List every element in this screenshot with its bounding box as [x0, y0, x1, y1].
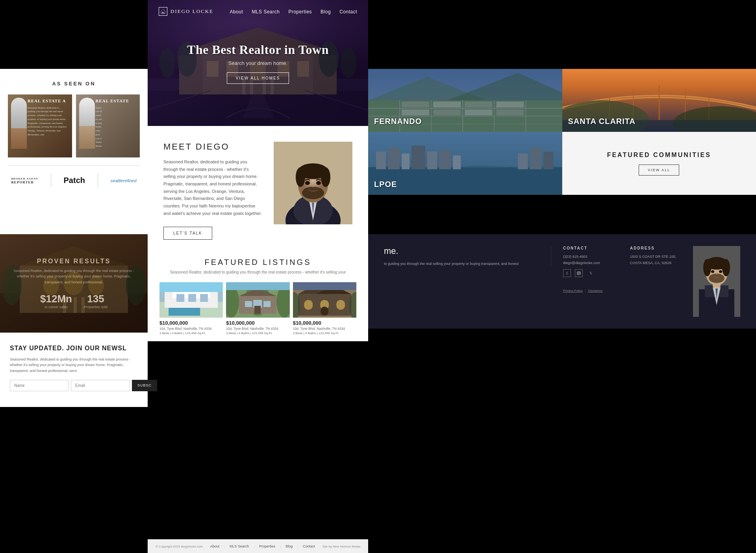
nav-about[interactable]: About	[230, 9, 243, 15]
proven-results-section: PROVEN RESULTS Seasoned Realtor, dedicat…	[0, 234, 148, 333]
featured-communities-title: FEATURED COMMUNITIES	[607, 152, 711, 159]
copyright-text: © Copyright 2024 diegolocke.com	[156, 545, 203, 548]
svg-rect-117	[304, 300, 313, 310]
communities-panel: FERNANDO	[368, 69, 756, 195]
listing-details-2: 3 Beds | 4 Baths | 123,456 Sq.Ft.	[226, 331, 289, 335]
meet-diego-text: MEET DIEGO Seasoned Realtor, dedicated t…	[163, 142, 262, 240]
footer-diego-photo	[693, 246, 740, 317]
view-all-homes-button[interactable]: VIEW ALL HOMES	[227, 72, 289, 84]
communities-grid: FERNANDO	[368, 69, 756, 195]
nav-contact[interactable]: Contact	[339, 9, 357, 15]
footer-nav-about[interactable]: About	[210, 544, 220, 548]
lets-talk-button[interactable]: LET'S TALK	[163, 227, 212, 240]
featured-listings-section: FEATURED LISTINGS Seasoned Realtor, dedi…	[148, 246, 368, 341]
facebook-icon[interactable]: f	[563, 269, 571, 277]
svg-rect-99	[169, 308, 200, 316]
footer-address: ADDRESS 1503 S COAST DR STE 100, COSTA M…	[630, 246, 681, 266]
disclaimer-link[interactable]: Disclaimer	[588, 289, 602, 292]
reporter-logo: BROKER AGENT REPORTER	[11, 177, 38, 184]
svg-rect-108	[263, 301, 271, 307]
nav-links: About MLS Search Properties Blog Contact	[230, 8, 357, 15]
community-label-fernando: FERNANDO	[374, 117, 422, 126]
svg-rect-110	[254, 306, 261, 314]
svg-point-34	[302, 187, 324, 199]
svg-rect-123	[293, 282, 356, 290]
magazine-cover-left: REAL ESTATE A Seasoned Realtor, dedicate…	[8, 94, 72, 157]
svg-point-36	[316, 181, 321, 185]
black-top-right	[368, 0, 756, 69]
nav-blog[interactable]: Blog	[321, 9, 331, 15]
logo-icon	[159, 7, 167, 16]
newsletter-subscribe-button[interactable]: SUBSC	[132, 380, 157, 391]
listing-price-1: $10,000,000	[159, 320, 223, 326]
newsletter-description: Seasoned Realtor, dedicated to guiding y…	[10, 357, 138, 374]
magazine-2-text: REAL ESTATE Seasoyou thestateit's selor …	[96, 98, 135, 148]
listing-details-1: 3 Beds | 4 Baths | 123,456 Sq.Ft.	[159, 331, 223, 335]
divider-1	[8, 165, 140, 166]
svg-point-85	[64, 272, 83, 295]
footer-email: diego@diegolocke.com	[563, 260, 614, 266]
svg-point-126	[580, 272, 580, 272]
view-all-communities-button[interactable]: VIEW ALL	[639, 165, 679, 176]
listings-grid: $10,000,000 104, Tyne Blvd, Nashville, T…	[159, 282, 356, 335]
meet-diego-description: Seasoned Realtor, dedicated to guiding y…	[163, 158, 262, 217]
svg-point-136	[722, 259, 730, 276]
listing-card-1[interactable]: $10,000,000 104, Tyne Blvd, Nashville, T…	[159, 282, 223, 335]
listing-price-2: $10,000,000	[226, 320, 289, 326]
navigation-bar: DIEGO LOCKE About MLS Search Properties …	[148, 0, 368, 23]
footer-address-line1: 1503 S COAST DR STE 100,	[630, 253, 681, 260]
magazine-1-text: REAL ESTATE A Seasoned Realtor, dedicate…	[28, 98, 67, 137]
svg-rect-98	[200, 294, 208, 302]
footer-right-columns: CONTACT (323) 915-4903 diego@diegolocke.…	[563, 246, 681, 292]
svg-point-35	[305, 181, 310, 185]
seattle-refined-logo: seattlerefined	[111, 178, 137, 183]
site-logo[interactable]: DIEGO LOCKE	[159, 7, 213, 16]
magazine-cover-right: REAL ESTATE Seasoyou thestateit's selor …	[76, 94, 140, 157]
svg-rect-120	[321, 307, 328, 316]
meet-diego-title: MEET DIEGO	[163, 142, 262, 152]
newsletter-email-input[interactable]	[71, 380, 130, 391]
meet-diego-section: MEET DIEGO Seasoned Realtor, dedicated t…	[148, 126, 368, 259]
nav-mls[interactable]: MLS Search	[252, 9, 280, 15]
logo-text: DIEGO LOCKE	[170, 8, 213, 15]
as-seen-on-title: AS SEEN ON	[8, 81, 140, 87]
featured-listings-title: FEATURED LISTINGS	[159, 258, 356, 267]
svg-rect-97	[188, 294, 196, 302]
magazine-card-1: REAL ESTATE A Seasoned Realtor, dedicate…	[8, 94, 72, 157]
svg-rect-96	[176, 294, 184, 302]
listing-card-2[interactable]: $10,000,000 104, Tyne Blvd, Nashville, T…	[226, 282, 289, 335]
listing-image-3	[293, 282, 356, 318]
site-by-credit: Site by New Horizon Media	[322, 545, 360, 548]
footer-nav-blog[interactable]: Blog	[285, 544, 293, 548]
community-label-santa-clarita: SANTA CLARITA	[568, 117, 636, 126]
nav-properties[interactable]: Properties	[288, 9, 312, 15]
svg-rect-87	[63, 297, 66, 313]
hero-title: The Best Realtor in Town	[187, 43, 329, 57]
footer-social-icons: f 𝕏	[563, 269, 614, 277]
media-logos: BROKER AGENT REPORTER Patch seattlerefin…	[8, 172, 140, 189]
footer-sub-description: to guiding you through the real selling …	[384, 261, 543, 266]
newsletter-name-input[interactable]	[10, 380, 69, 391]
patch-logo: Patch	[64, 176, 85, 185]
privacy-policy-link[interactable]: Privacy Policy	[563, 289, 583, 292]
footer-contact-title: CONTACT	[563, 246, 614, 250]
footer-nav-properties[interactable]: Properties	[259, 544, 275, 548]
svg-point-90	[2, 266, 22, 305]
footer-nav-contact[interactable]: Contact	[303, 544, 315, 548]
hero-content: The Best Realtor in Town Search your dre…	[187, 43, 329, 84]
footer-nav-mls[interactable]: MLS Search	[230, 544, 249, 548]
featured-listings-subtitle: Seasoned Realtor, dedicated to guiding y…	[159, 270, 356, 274]
listing-card-3[interactable]: $10,000,000 104, Tyne Blvd, Nashville, T…	[293, 282, 356, 335]
svg-point-33	[321, 167, 330, 187]
svg-point-125	[578, 272, 580, 274]
bottom-footer-bar: © Copyright 2024 diegolocke.com About | …	[148, 539, 368, 553]
diego-photo-bg	[274, 142, 352, 224]
svg-point-138	[711, 270, 714, 273]
svg-point-32	[296, 167, 305, 187]
hero-subtitle: Search your dream home.	[187, 60, 329, 66]
footer-legal-links: Privacy Policy | Disclaimer	[563, 289, 614, 292]
twitter-x-icon[interactable]: 𝕏	[587, 269, 595, 277]
instagram-icon[interactable]	[575, 269, 583, 277]
listing-price-3: $10,000,000	[293, 320, 356, 326]
listing-address-1: 104, Tyne Blvd, Nashville, TN 4334	[159, 327, 223, 331]
